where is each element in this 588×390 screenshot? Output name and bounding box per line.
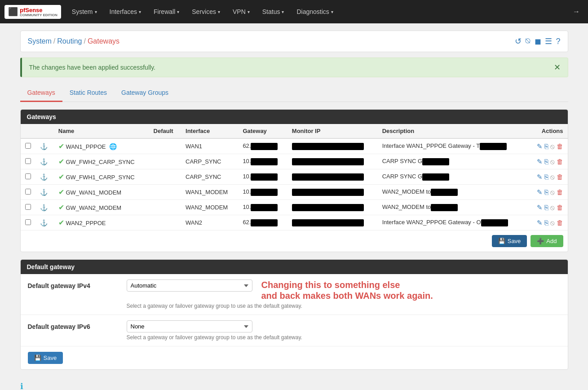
edit-icon[interactable]: ✎ bbox=[537, 173, 543, 181]
action-icons: ✎ ⎘ ⦸ 🗑 bbox=[532, 142, 563, 151]
gateways-panel-heading: Gateways bbox=[21, 110, 568, 124]
table-row: ⚓ ✔ WAN2_PPPOE WAN2 62. Interface WAN2_P… bbox=[21, 215, 568, 230]
gateway-name: GW_FWH1_CARP_SYNC bbox=[66, 174, 134, 181]
pfsense-logo-icon: ⬛ bbox=[8, 7, 18, 17]
anchor-icon: ⚓ bbox=[40, 173, 48, 181]
edit-icon[interactable]: ✎ bbox=[537, 204, 543, 212]
nav-system[interactable]: System ▾ bbox=[66, 0, 103, 23]
brand-name: pfSense bbox=[20, 7, 43, 13]
ipv6-control-wrap: None Select a gateway or failover gatewa… bbox=[127, 320, 561, 341]
info-icon[interactable]: ℹ bbox=[20, 381, 23, 390]
breadcrumb-system[interactable]: System bbox=[28, 37, 52, 45]
tab-gateways[interactable]: Gateways bbox=[20, 84, 62, 102]
help-icon[interactable]: ? bbox=[556, 37, 560, 46]
row-checkbox[interactable] bbox=[25, 189, 31, 195]
col-icon bbox=[35, 124, 54, 138]
logout-icon[interactable]: → bbox=[569, 6, 584, 18]
ipv4-control-wrap: Automatic Changing this to something els… bbox=[127, 279, 561, 309]
delete-icon[interactable]: 🗑 bbox=[557, 188, 563, 196]
col-actions: Actions bbox=[528, 124, 567, 138]
table-row: ⚓ ✔ GW_WAN2_MODEM WAN2_MODEM 10. WAN2_MO… bbox=[21, 200, 568, 215]
copy-icon[interactable]: ⎘ bbox=[544, 204, 548, 211]
stop-icon[interactable]: ⦰ bbox=[525, 37, 531, 46]
table-row: ⚓ ✔ GW_FWH2_CARP_SYNC CARP_SYNC 10. CARP… bbox=[21, 154, 568, 169]
copy-icon[interactable]: ⎘ bbox=[544, 158, 548, 165]
disable-icon[interactable]: ⦸ bbox=[550, 204, 555, 212]
nav-status[interactable]: Status ▾ bbox=[256, 0, 291, 23]
gateway-interface: WAN2_MODEM bbox=[181, 200, 238, 215]
status-ok-icon: ✔ bbox=[58, 219, 64, 226]
gateways-table: Name Default Interface Gateway Monitor I… bbox=[21, 124, 568, 230]
delete-icon[interactable]: 🗑 bbox=[557, 219, 563, 226]
redacted-monitor-ip bbox=[292, 219, 364, 226]
chevron-down-icon: ▾ bbox=[248, 9, 250, 14]
copy-icon[interactable]: ⎘ bbox=[544, 142, 548, 150]
redacted-monitor-ip bbox=[292, 204, 364, 211]
gateway-description: CARP SYNC G bbox=[378, 154, 528, 169]
edit-icon[interactable]: ✎ bbox=[537, 158, 543, 166]
edit-icon[interactable]: ✎ bbox=[537, 219, 543, 227]
breadcrumb-routing[interactable]: Routing bbox=[57, 37, 82, 45]
disable-icon[interactable]: ⦸ bbox=[550, 219, 555, 227]
gateway-interface: WAN1_MODEM bbox=[181, 185, 238, 200]
breadcrumb-current: Gateways bbox=[88, 37, 119, 45]
action-icons: ✎ ⎘ ⦸ 🗑 bbox=[532, 219, 563, 227]
anchor-icon: ⚓ bbox=[40, 219, 48, 226]
nav-interfaces[interactable]: Interfaces ▾ bbox=[103, 0, 147, 23]
tab-gateway-groups[interactable]: Gateway Groups bbox=[114, 84, 176, 102]
delete-icon[interactable]: 🗑 bbox=[557, 204, 563, 211]
save-gateways-button[interactable]: 💾 Save bbox=[492, 235, 527, 247]
action-icons: ✎ ⎘ ⦸ 🗑 bbox=[532, 188, 563, 196]
ipv6-gateway-select[interactable]: None bbox=[127, 320, 252, 332]
edit-icon[interactable]: ✎ bbox=[537, 188, 543, 196]
row-checkbox[interactable] bbox=[25, 219, 31, 225]
disable-icon[interactable]: ⦸ bbox=[550, 158, 555, 166]
delete-icon[interactable]: 🗑 bbox=[557, 158, 563, 165]
gateways-table-container: Name Default Interface Gateway Monitor I… bbox=[21, 124, 568, 230]
gateways-panel: Gateways Name Default Interface Gateway … bbox=[20, 109, 568, 252]
nav-firewall[interactable]: Firewall ▾ bbox=[147, 0, 186, 23]
row-checkbox[interactable] bbox=[25, 143, 31, 149]
row-checkbox[interactable] bbox=[25, 173, 31, 179]
alert-close-button[interactable]: ✕ bbox=[554, 62, 561, 72]
redacted-desc bbox=[422, 158, 449, 165]
status-ok-icon: ✔ bbox=[58, 142, 64, 150]
copy-icon[interactable]: ⎘ bbox=[544, 219, 548, 226]
edit-icon[interactable]: ✎ bbox=[537, 142, 543, 151]
add-gateway-button[interactable]: ➕ Add bbox=[531, 235, 563, 247]
redacted-desc bbox=[480, 143, 507, 150]
save-default-gateway-button[interactable]: 💾 Save bbox=[28, 352, 63, 364]
nav-vpn[interactable]: VPN ▾ bbox=[226, 0, 256, 23]
gateway-ip: 10. bbox=[238, 154, 287, 169]
table-row: ⚓ ✔ GW_WAN1_MODEM WAN1_MODEM 10. WAN2_MO… bbox=[21, 185, 568, 200]
col-default: Default bbox=[149, 124, 181, 138]
disable-icon[interactable]: ⦸ bbox=[550, 188, 555, 196]
save-icon: 💾 bbox=[498, 238, 505, 244]
ipv4-gateway-select[interactable]: Automatic bbox=[127, 279, 252, 292]
breadcrumb-sep1: / bbox=[53, 37, 55, 45]
disable-icon[interactable]: ⦸ bbox=[550, 173, 555, 181]
delete-icon[interactable]: 🗑 bbox=[557, 173, 563, 181]
disable-icon[interactable]: ⦸ bbox=[550, 142, 555, 151]
nav-diagnostics[interactable]: Diagnostics ▾ bbox=[290, 0, 339, 23]
reload-icon[interactable]: ↺ bbox=[515, 36, 522, 46]
list-icon[interactable]: ☰ bbox=[545, 36, 552, 46]
save-icon2: 💾 bbox=[34, 355, 41, 361]
action-icons: ✎ ⎘ ⦸ 🗑 bbox=[532, 173, 563, 181]
delete-icon[interactable]: 🗑 bbox=[557, 142, 563, 150]
copy-icon[interactable]: ⎘ bbox=[544, 188, 548, 196]
row-checkbox[interactable] bbox=[25, 158, 31, 164]
redacted-ip bbox=[251, 173, 278, 181]
redacted-ip bbox=[251, 204, 278, 211]
chevron-down-icon: ▾ bbox=[218, 9, 220, 14]
default-gateway-heading: Default gateway bbox=[21, 260, 568, 274]
tab-static-routes[interactable]: Static Routes bbox=[62, 84, 114, 102]
copy-icon[interactable]: ⎘ bbox=[544, 173, 548, 181]
redacted-ip bbox=[251, 158, 278, 165]
nav-services[interactable]: Services ▾ bbox=[186, 0, 226, 23]
chart-icon[interactable]: ◼ bbox=[535, 36, 541, 46]
row-checkbox[interactable] bbox=[25, 204, 31, 210]
plus-icon: ➕ bbox=[537, 238, 544, 244]
breadcrumb-icons: ↺ ⦰ ◼ ☰ ? bbox=[515, 36, 560, 46]
gateway-name: GW_WAN1_MODEM bbox=[66, 189, 121, 196]
